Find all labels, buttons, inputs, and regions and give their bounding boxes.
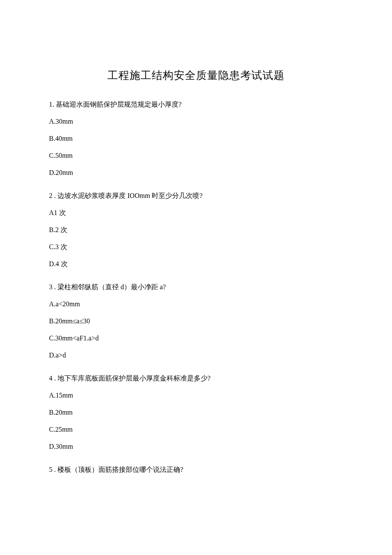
question-text: 3 . 梁柱相邻纵筋（直径 d）最小净距 a? bbox=[49, 282, 343, 292]
option-c: C.50mm bbox=[49, 151, 343, 161]
question-3: 3 . 梁柱相邻纵筋（直径 d）最小净距 a? A.a<20mm B.20mm≤… bbox=[49, 282, 343, 360]
question-number: 1. bbox=[49, 101, 54, 108]
option-d: D.30mm bbox=[49, 442, 343, 452]
question-number: 3 . bbox=[49, 283, 56, 291]
question-stem: 地下车库底板面筋保护层最小厚度金科标准是多少? bbox=[58, 375, 210, 382]
question-text: 4 . 地下车库底板面筋保护层最小厚度金科标准是多少? bbox=[49, 373, 343, 384]
question-text: 2 . 边坡水泥砂浆喷表厚度 IOOmm 时至少分几次喷? bbox=[49, 191, 343, 201]
question-5: 5 . 楼板（顶板）面筋搭接部位哪个说法正确? bbox=[49, 465, 343, 475]
page-title: 工程施工结构安全质量隐患考试试题 bbox=[49, 68, 343, 82]
question-number: 2 . bbox=[49, 192, 56, 199]
question-stem: 楼板（顶板）面筋搭接部位哪个说法正确? bbox=[58, 466, 183, 473]
question-2: 2 . 边坡水泥砂浆喷表厚度 IOOmm 时至少分几次喷? A1 次 B.2 次… bbox=[49, 191, 343, 269]
option-b: B.40mm bbox=[49, 134, 343, 144]
document-page: 工程施工结构安全质量隐患考试试题 1. 基础迎水面钢筋保护层规范规定最小厚度? … bbox=[0, 0, 392, 513]
question-4: 4 . 地下车库底板面筋保护层最小厚度金科标准是多少? A.15mm B.20m… bbox=[49, 373, 343, 452]
option-b: B.2 次 bbox=[49, 225, 343, 235]
option-d: D.4 次 bbox=[49, 259, 343, 269]
option-b: B.20mm≤a≤30 bbox=[49, 316, 343, 326]
option-d: D.20mm bbox=[49, 168, 343, 178]
option-a: A1 次 bbox=[49, 208, 343, 218]
question-text: 1. 基础迎水面钢筋保护层规范规定最小厚度? bbox=[49, 99, 343, 110]
option-a: A.15mm bbox=[49, 390, 343, 401]
question-stem: 边坡水泥砂浆喷表厚度 IOOmm 时至少分几次喷? bbox=[58, 192, 202, 199]
question-stem: 基础迎水面钢筋保护层规范规定最小厚度? bbox=[56, 101, 182, 108]
option-c: C.25mm bbox=[49, 424, 343, 435]
option-d: D.a>d bbox=[49, 350, 343, 360]
option-c: C.30mm<aF1.a>d bbox=[49, 333, 343, 343]
question-number: 5 . bbox=[49, 466, 56, 473]
option-a: A.30mm bbox=[49, 116, 343, 127]
option-b: B.20mm bbox=[49, 407, 343, 418]
question-stem: 梁柱相邻纵筋（直径 d）最小净距 a? bbox=[58, 283, 166, 291]
option-c: C.3 次 bbox=[49, 242, 343, 252]
question-1: 1. 基础迎水面钢筋保护层规范规定最小厚度? A.30mm B.40mm C.5… bbox=[49, 99, 343, 178]
question-number: 4 . bbox=[49, 375, 56, 382]
question-text: 5 . 楼板（顶板）面筋搭接部位哪个说法正确? bbox=[49, 465, 343, 475]
option-a: A.a<20mm bbox=[49, 299, 343, 309]
